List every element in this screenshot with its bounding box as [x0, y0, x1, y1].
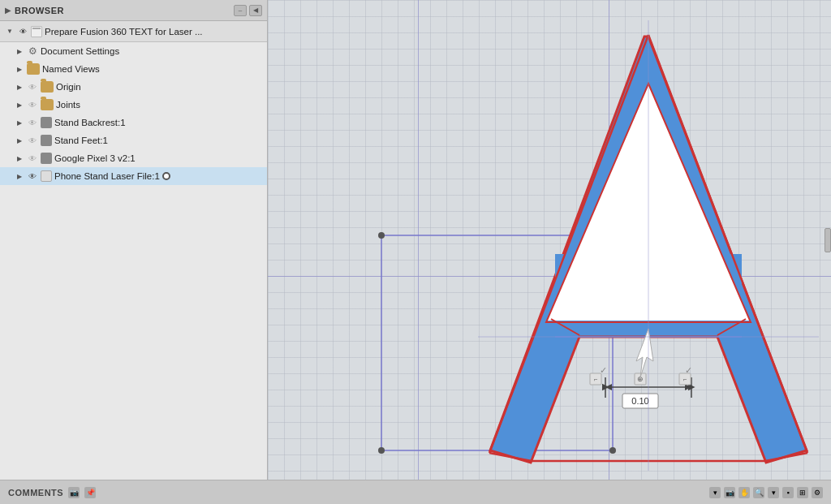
body-icon-stand-feet: [41, 135, 52, 146]
tree-root[interactable]: ▼ 👁 Prepare Fusion 360 TEXT for Laser ..…: [0, 21, 267, 42]
stand-feet-eye[interactable]: 👁: [27, 135, 38, 146]
doc-settings-arrow[interactable]: ▶: [15, 46, 24, 56]
comments-camera-icon[interactable]: 📷: [68, 487, 80, 498]
comments-label: COMMENTS: [8, 488, 63, 498]
tree-item-stand-backrest[interactable]: ▶ 👁 Stand Backrest:1: [0, 114, 267, 131]
phone-stand-eye[interactable]: 👁: [27, 170, 38, 182]
bottom-right-icons: ▾ 📷 ✋ 🔍 ▾ ▪ ⊞ ⚙: [709, 487, 823, 498]
bottom-bar: COMMENTS 📷 📌 ▾ 📷 ✋ 🔍 ▾ ▪ ⊞ ⚙: [0, 480, 831, 504]
tree-item-phone-stand[interactable]: ▶ 👁 Phone Stand Laser File:1: [0, 167, 267, 185]
right-edge-handle[interactable]: [825, 228, 831, 252]
browser-header: ▶ BROWSER – ◀: [0, 0, 267, 21]
bottom-grid-icon[interactable]: ⊞: [797, 487, 808, 498]
svg-text:✓: ✓: [685, 365, 692, 375]
root-eye[interactable]: 👁: [17, 26, 28, 37]
google-pixel-label: Google Pixel 3 v2:1: [54, 153, 136, 163]
bottom-view-arrow-icon[interactable]: ▾: [768, 487, 779, 498]
svg-text:✓: ✓: [600, 365, 607, 375]
root-doc-icon: [31, 26, 42, 37]
stand-backrest-eye[interactable]: 👁: [27, 117, 38, 128]
svg-text:⌐: ⌐: [683, 376, 687, 383]
body-icon-google-pixel: [41, 153, 52, 164]
active-sketch-indicator: [162, 172, 170, 180]
browser-header-buttons: – ◀: [234, 5, 262, 16]
root-label: Prepare Fusion 360 TEXT for Laser ...: [45, 27, 203, 37]
stand-feet-arrow[interactable]: ▶: [15, 136, 24, 145]
gear-icon: ⚙: [27, 45, 38, 57]
svg-text:⌐: ⌐: [594, 376, 598, 383]
google-pixel-arrow[interactable]: ▶: [15, 153, 24, 163]
origin-eye[interactable]: 👁: [27, 81, 38, 93]
tree-item-named-views[interactable]: ▶ Named Views: [0, 60, 267, 78]
browser-expand-btn[interactable]: ◀: [249, 5, 262, 16]
joints-label: Joints: [56, 100, 80, 110]
folder-icon-origin: [41, 81, 54, 93]
tree-item-doc-settings[interactable]: ▶ ⚙ Document Settings: [0, 42, 267, 60]
main-layout: ▶ BROWSER – ◀ ▼ 👁 Prepare Fusion 360 TEX…: [0, 0, 831, 480]
folder-icon-joints: [41, 99, 54, 110]
bottom-hand-icon[interactable]: ✋: [738, 487, 750, 498]
canvas-area[interactable]: 0.10 ⌐ ⌐ ⊕ ✓ ✓: [268, 0, 831, 480]
joints-arrow[interactable]: ▶: [15, 100, 24, 110]
letter-a-shape: 0.10 ⌐ ⌐ ⊕ ✓ ✓: [478, 20, 819, 471]
svg-point-3: [378, 447, 385, 454]
tree-item-joints[interactable]: ▶ 👁 Joints: [0, 96, 267, 114]
joints-eye[interactable]: 👁: [27, 99, 38, 110]
folder-icon-named-views: [27, 63, 40, 75]
root-arrow[interactable]: ▼: [5, 27, 15, 37]
origin-label: Origin: [56, 82, 81, 92]
tree-item-stand-feet[interactable]: ▶ 👁 Stand Feet:1: [0, 131, 267, 149]
bottom-arrow-down-icon[interactable]: ▾: [709, 487, 721, 498]
bottom-camera-icon[interactable]: 📷: [724, 487, 735, 498]
svg-point-1: [378, 232, 385, 239]
browser-minimize-btn[interactable]: –: [234, 5, 247, 16]
phone-stand-label: Phone Stand Laser File:1: [54, 171, 160, 181]
origin-arrow[interactable]: ▶: [15, 82, 24, 92]
stand-backrest-label: Stand Backrest:1: [54, 118, 126, 127]
stand-feet-label: Stand Feet:1: [54, 136, 108, 145]
phone-stand-arrow[interactable]: ▶: [15, 171, 24, 181]
browser-collapse-icon[interactable]: ▶: [5, 6, 11, 15]
bottom-search-icon[interactable]: 🔍: [753, 487, 764, 498]
tree-item-google-pixel[interactable]: ▶ 👁 Google Pixel 3 v2:1: [0, 149, 267, 167]
bottom-cube-icon[interactable]: ▪: [782, 487, 794, 498]
svg-text:0.10: 0.10: [631, 396, 648, 406]
browser-title: BROWSER: [15, 6, 230, 15]
named-views-label: Named Views: [42, 64, 100, 74]
bottom-settings-icon[interactable]: ⚙: [812, 487, 823, 498]
doc-settings-label: Document Settings: [41, 46, 119, 56]
comments-pin-icon[interactable]: 📌: [84, 487, 96, 498]
google-pixel-eye[interactable]: 👁: [27, 153, 38, 164]
stand-backrest-arrow[interactable]: ▶: [15, 118, 24, 127]
body-icon-stand-backrest: [41, 117, 52, 128]
named-views-arrow[interactable]: ▶: [15, 64, 24, 74]
tree-item-origin[interactable]: ▶ 👁 Origin: [0, 78, 267, 96]
sidebar: ▶ BROWSER – ◀ ▼ 👁 Prepare Fusion 360 TEX…: [0, 0, 268, 480]
svg-marker-18: [605, 384, 612, 390]
sketch-icon-phone-stand: [41, 170, 52, 182]
